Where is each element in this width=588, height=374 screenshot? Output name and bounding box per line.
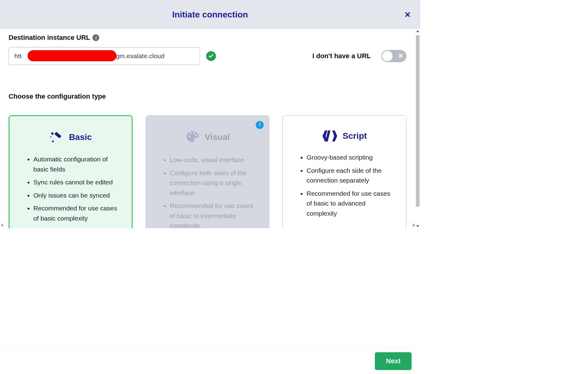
close-icon[interactable]: ✕ [404,10,411,19]
destination-url-input[interactable] [9,47,200,65]
list-item: Automatic configuration of basic fields [33,154,123,174]
dialog-title: Initiate connection [172,10,248,20]
palette-icon [185,129,200,145]
scrollbar-thumb[interactable] [416,35,420,207]
toggle-knob [382,51,393,61]
no-url-toggle[interactable]: ✕ [381,50,406,62]
no-url-label: I don't have a URL [312,52,371,60]
config-cards: Basic Automatic configuration of basic f… [9,115,406,228]
wand-icon [49,130,64,145]
list-item: Low-code, visual interface [170,155,260,165]
destination-url-label: Destination instance URL i [9,34,99,42]
next-button[interactable]: Next [375,352,412,370]
info-icon[interactable]: i [92,34,99,41]
vertical-scrollbar[interactable] [415,29,420,228]
card-title-visual: Visual [205,132,230,142]
code-icon [322,129,338,143]
card-title-script: Script [343,131,367,141]
svg-marker-1 [51,132,54,135]
svg-marker-5 [332,130,337,142]
list-item: Recommended for use cases of basic to ad… [307,189,397,219]
alert-icon[interactable]: ! [256,121,264,129]
dialog-footer: Next [0,348,420,374]
svg-marker-2 [51,140,54,143]
svg-rect-0 [55,132,62,138]
list-item: Sync rules cannot be edited [33,177,123,187]
list-item: Configure both sides of the connection u… [170,168,260,198]
list-item: Recommended for use cases of basic compl… [33,203,123,223]
horizontal-scrollbar[interactable] [0,223,416,228]
dialog-content: Destination instance URL i I don't have … [0,29,420,228]
config-card-basic[interactable]: Basic Automatic configuration of basic f… [9,115,133,228]
config-type-heading: Choose the configuration type [9,93,406,100]
close-icon: ✕ [398,52,403,60]
destination-url-label-text: Destination instance URL [9,34,90,42]
card-title-basic: Basic [69,132,92,142]
destination-url-input-wrap [9,47,200,65]
list-item: Groovy-based scripting [307,153,397,163]
list-item: Configure each side of the connection se… [307,166,397,186]
dialog-header: Initiate connection ✕ [0,0,420,29]
svg-marker-3 [50,136,52,138]
config-card-visual: ! Visual Low-code, visual interface Conf… [145,115,270,228]
initiate-connection-dialog: Initiate connection ✕ Destination instan… [0,0,420,238]
check-icon [206,51,216,61]
config-card-script[interactable]: Script Groovy-based scripting Configure … [282,115,406,228]
list-item: Only issues can be synced [33,191,123,201]
destination-url-row: I don't have a URL ✕ [9,47,406,65]
